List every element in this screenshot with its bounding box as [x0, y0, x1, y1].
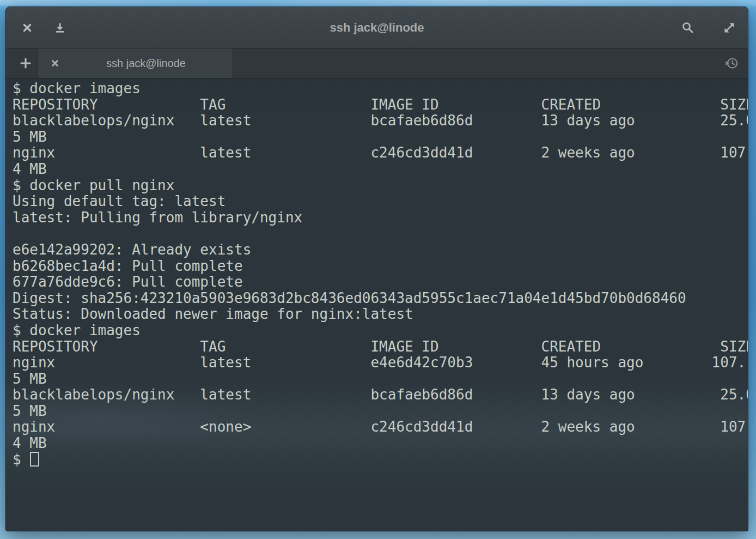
terminal-line: $ docker pull nginx	[13, 178, 748, 194]
search-icon	[681, 21, 694, 34]
download-icon	[54, 22, 66, 34]
terminal-line: blacklabelops/nginx latest bcafaeb6d86d …	[13, 113, 748, 129]
terminal-screen[interactable]: $ docker imagesREPOSITORY TAG IMAGE ID C…	[6, 78, 748, 531]
terminal-line: 4 MB	[13, 435, 748, 452]
terminal-line: $ docker images	[13, 323, 748, 339]
terminal-cursor	[30, 452, 39, 467]
terminal-line: Digest: sha256:423210a5903e9683d2bc8436e…	[13, 290, 748, 307]
window-titlebar[interactable]: ssh jack@linode	[6, 7, 748, 49]
terminal-line: 5 MB	[13, 403, 748, 420]
history-icon	[725, 56, 739, 70]
tab-close-button[interactable]	[48, 57, 62, 70]
terminal-prompt-line: $	[13, 452, 748, 468]
terminal-line: 677a76dde9c6: Pull complete	[13, 274, 748, 290]
terminal-line: 4 MB	[13, 161, 748, 178]
maximize-button[interactable]	[722, 20, 737, 35]
maximize-icon	[723, 21, 736, 34]
wallpaper-cloud-streak	[0, 0, 756, 5]
terminal-line	[13, 226, 748, 242]
terminal-line: latest: Pulling from library/nginx	[13, 210, 748, 226]
terminal-line: nginx <none> c246cd3dd41d 2 weeks ago 10…	[13, 419, 748, 435]
terminal-window: ssh jack@linode	[5, 7, 748, 531]
terminal-line: Using default tag: latest	[13, 193, 748, 210]
terminal-output: $ docker imagesREPOSITORY TAG IMAGE ID C…	[6, 78, 748, 468]
terminal-line: b6268bec1a4d: Pull complete	[13, 258, 748, 275]
window-title: ssh jack@linode	[6, 7, 748, 48]
terminal-line: nginx latest c246cd3dd41d 2 weeks ago 10…	[13, 145, 748, 161]
new-tab-button[interactable]	[14, 49, 38, 78]
window-close-button[interactable]	[20, 20, 35, 35]
restore-tab-button[interactable]	[725, 56, 739, 70]
terminal-line: $ docker images	[13, 81, 748, 97]
terminal-line: nginx latest e4e6d42c70b3 45 hours ago 1…	[13, 355, 748, 371]
terminal-line: Status: Downloaded newer image for nginx…	[13, 306, 748, 323]
tab-close-icon	[51, 59, 59, 68]
terminal-line: REPOSITORY TAG IMAGE ID CREATED SIZE	[13, 97, 748, 113]
tab-ssh-jack-linode[interactable]: ssh jack@linode	[37, 49, 233, 78]
tab-label: ssh jack@linode	[70, 49, 222, 78]
terminal-line: e6e142a99202: Already exists	[13, 242, 748, 258]
close-icon	[22, 22, 33, 33]
terminal-line: 5 MB	[13, 371, 748, 387]
new-tab-icon	[19, 57, 32, 70]
download-button[interactable]	[52, 20, 68, 35]
search-button[interactable]	[680, 20, 696, 35]
terminal-prompt: $	[13, 451, 29, 468]
tab-bar: ssh jack@linode	[6, 49, 748, 78]
terminal-line: blacklabelops/nginx latest bcafaeb6d86d …	[13, 387, 748, 403]
terminal-line: REPOSITORY TAG IMAGE ID CREATED SIZE	[13, 339, 748, 355]
terminal-line: 5 MB	[13, 129, 748, 146]
